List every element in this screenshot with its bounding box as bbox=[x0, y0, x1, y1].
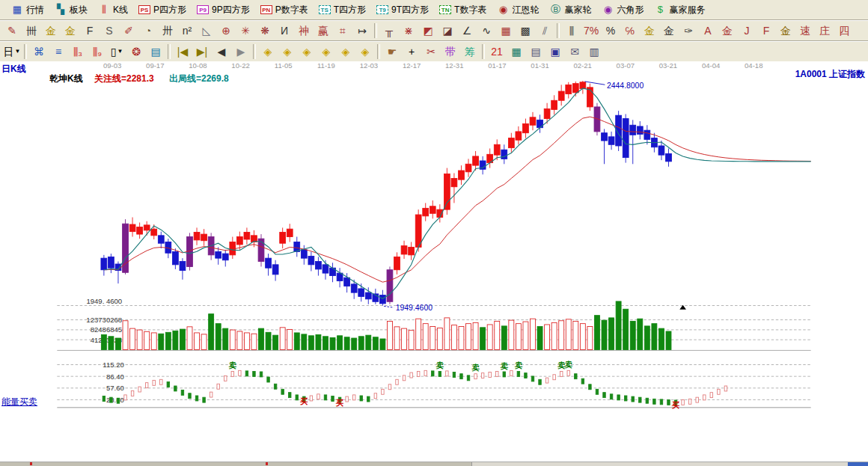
menu-sectors[interactable]: ▚板块 bbox=[49, 2, 93, 18]
ying-grid-icon[interactable]: 赢 bbox=[314, 22, 333, 40]
fan-box2-icon[interactable]: ◪ bbox=[438, 22, 457, 40]
span-arrow-icon[interactable]: ↦ bbox=[352, 22, 372, 40]
candlestick bbox=[473, 156, 479, 165]
candlestick bbox=[501, 150, 507, 159]
multi-chart-icon[interactable]: ▤ bbox=[146, 43, 165, 61]
wave-mark-icon[interactable]: И bbox=[275, 22, 294, 40]
spiral-icon[interactable]: S bbox=[100, 22, 119, 40]
prev-icon[interactable]: ◀ bbox=[212, 43, 231, 61]
grid-small-icon[interactable]: 卅 bbox=[158, 22, 177, 40]
menu-9p-square[interactable]: P99P四方形 bbox=[192, 2, 255, 18]
last-page-icon[interactable]: ▶| bbox=[192, 43, 212, 61]
ruler-triangle-icon[interactable]: ◺ bbox=[197, 22, 216, 40]
zhuang-line-icon[interactable]: 庄 bbox=[815, 22, 834, 40]
pillar-icon[interactable]: ╥ bbox=[379, 22, 399, 40]
wave-a-icon[interactable]: A bbox=[698, 22, 718, 40]
volume-bar bbox=[666, 331, 671, 350]
shen-grid-icon[interactable]: 神 bbox=[294, 22, 314, 40]
menu-winner-service[interactable]: $赢家服务 bbox=[649, 2, 710, 18]
su-line-icon[interactable]: 速 bbox=[795, 22, 815, 40]
menu-p-table[interactable]: PNP数字表 bbox=[255, 2, 314, 18]
gold-slash-icon[interactable]: 金 bbox=[776, 22, 795, 40]
menu-t-table[interactable]: TNT数字表 bbox=[434, 2, 492, 18]
mail-icon[interactable]: ✉ bbox=[565, 43, 584, 61]
diamond-vboth-icon[interactable]: ◈ bbox=[355, 43, 375, 61]
candle-brush-icon[interactable]: ✑ bbox=[679, 22, 698, 40]
f-line-icon[interactable]: F bbox=[757, 22, 776, 40]
time-circle-icon[interactable]: ◔ bbox=[138, 22, 158, 40]
web-circle-icon[interactable]: ❋ bbox=[255, 22, 275, 40]
qiankun-icon[interactable]: ❂ bbox=[126, 43, 146, 61]
next-icon[interactable]: ▶ bbox=[231, 43, 251, 61]
horizontal-scrollbar[interactable] bbox=[0, 462, 868, 466]
percent-line-icon[interactable]: ℅ bbox=[620, 22, 640, 40]
scrollbar-button[interactable] bbox=[848, 462, 868, 466]
f-grid-icon[interactable]: F bbox=[80, 22, 100, 40]
print-icon[interactable]: ▥ bbox=[584, 43, 604, 61]
bars-chart-icon[interactable]: ⫼ bbox=[562, 22, 581, 40]
period-selector[interactable]: 日▼ bbox=[2, 43, 22, 61]
fan-box-icon[interactable]: ◩ bbox=[418, 22, 438, 40]
angle-line-icon[interactable]: ∠ bbox=[457, 22, 477, 40]
menu-9t-square[interactable]: T99T四方形 bbox=[371, 2, 434, 18]
volume-bar bbox=[652, 324, 657, 350]
candle-type-selector[interactable]: ▯▼ bbox=[107, 43, 126, 61]
volume-bar bbox=[430, 327, 435, 350]
menu-p-square[interactable]: PSP四方形 bbox=[133, 2, 192, 18]
watch-line-value: 关注线=2281.3 bbox=[94, 73, 154, 85]
chart-canvas[interactable]: 09-0309-1710-0810-2211-0511-1912-0312-17… bbox=[0, 61, 868, 466]
candlestick bbox=[365, 292, 371, 299]
menu-gann-wheel[interactable]: ◉江恩轮 bbox=[492, 2, 544, 18]
gold-red-icon[interactable]: 金 bbox=[718, 22, 737, 40]
date-tick-label: 04-04 bbox=[702, 61, 721, 70]
diamond-cross-icon[interactable]: ◈ bbox=[317, 43, 336, 61]
zigzag-icon[interactable]: ∿ bbox=[477, 22, 496, 40]
gold-grid-icon[interactable]: 金 bbox=[41, 22, 61, 40]
menu-kline[interactable]: ⫼K线 bbox=[93, 2, 133, 18]
diamond-star-icon[interactable]: ◈ bbox=[336, 43, 355, 61]
gold-line-icon[interactable]: 金 bbox=[659, 22, 679, 40]
menu-winner-wheel[interactable]: Ⓑ赢家轮 bbox=[544, 2, 596, 18]
scrollbar-thumb[interactable] bbox=[0, 462, 472, 466]
network-icon[interactable]: ⌘ bbox=[29, 43, 49, 61]
gann-grid-icon[interactable]: 卌 bbox=[22, 22, 41, 40]
menu-quotes[interactable]: ▦行情 bbox=[6, 2, 49, 18]
menu-t-square[interactable]: TST四方形 bbox=[314, 2, 371, 18]
kline3-icon[interactable]: ⫼₃ bbox=[68, 43, 88, 61]
crosshair-icon[interactable]: + bbox=[402, 43, 421, 61]
notes-icon[interactable]: ▤ bbox=[526, 43, 545, 61]
circle-cross-icon[interactable]: ⊕ bbox=[216, 22, 236, 40]
list-icon[interactable]: ≡ bbox=[49, 43, 68, 61]
j-line-icon[interactable]: J bbox=[737, 22, 757, 40]
rays-icon[interactable]: ⋇ bbox=[399, 22, 418, 40]
save-icon[interactable]: ▣ bbox=[545, 43, 565, 61]
candlestick bbox=[180, 262, 186, 271]
calculator-icon[interactable]: ▦ bbox=[507, 43, 526, 61]
cut-icon[interactable]: ✂ bbox=[421, 43, 441, 61]
diamond-right-icon[interactable]: ◈ bbox=[278, 43, 297, 61]
diamond-hboth-icon[interactable]: ◈ bbox=[297, 43, 317, 61]
gold-circle-icon[interactable]: 金 bbox=[640, 22, 659, 40]
calendar-icon[interactable]: 21 bbox=[487, 43, 507, 61]
red-brush-icon[interactable]: ✐ bbox=[119, 22, 138, 40]
first-page-icon[interactable]: |◀ bbox=[173, 43, 192, 61]
star-circle-icon[interactable]: ✳ bbox=[236, 22, 255, 40]
grid-123-icon[interactable]: ⌗ bbox=[333, 22, 352, 40]
kline9-icon[interactable]: ⫼₉ bbox=[88, 43, 107, 61]
dense-grid-icon[interactable]: ▦ bbox=[496, 22, 516, 40]
chou-icon[interactable]: 筹 bbox=[460, 43, 480, 61]
gold-box-icon[interactable]: 金 bbox=[61, 22, 80, 40]
si-line-icon[interactable]: 四 bbox=[834, 22, 854, 40]
indicator-bar bbox=[724, 386, 727, 391]
hatch-icon[interactable]: ⫽ bbox=[535, 22, 554, 40]
dai-icon[interactable]: 带 bbox=[441, 43, 460, 61]
percent-icon[interactable]: % bbox=[601, 22, 620, 40]
brush-icon[interactable]: ✎ bbox=[2, 22, 22, 40]
diamond-left-icon[interactable]: ◈ bbox=[258, 43, 278, 61]
menu-hexagon[interactable]: ◉六角形 bbox=[596, 2, 649, 18]
volume-bar bbox=[437, 328, 442, 349]
n2-grid-icon[interactable]: n² bbox=[177, 22, 197, 40]
hand-icon[interactable]: ☛ bbox=[382, 43, 402, 61]
dense-grid2-icon[interactable]: ▩ bbox=[516, 22, 535, 40]
percent7-icon[interactable]: 7% bbox=[581, 22, 601, 40]
